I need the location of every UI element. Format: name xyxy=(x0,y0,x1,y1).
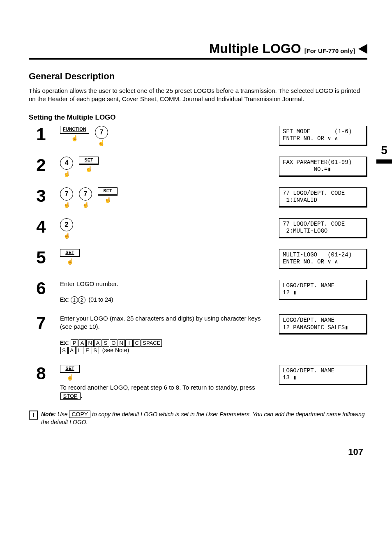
step-row: 2 4 ☝ SET ☝ FAX PARAMETER(01-99) NO.=▮ xyxy=(29,157,367,177)
section-body: This operation allows the user to select… xyxy=(29,87,367,104)
num-key-2: 2 ☝ xyxy=(60,218,73,238)
press-icon: ☝ xyxy=(63,202,70,208)
page-title-bar: Multiple LOGO [For UF-770 only] xyxy=(29,41,367,60)
char-key: S xyxy=(60,347,68,354)
num-key-7: 7 ☝ xyxy=(95,126,108,146)
step-row: 3 7 ☝ 7 ☝ SET ☝ xyxy=(29,187,367,208)
press-icon: ☝ xyxy=(82,202,89,208)
step-instruction: Enter your LOGO (max. 25 characters and … xyxy=(60,314,272,331)
char-key: S xyxy=(92,347,99,354)
space-key: SPACE xyxy=(141,339,162,347)
note-label: Note: xyxy=(41,411,56,418)
step-number: 3 xyxy=(29,187,53,205)
stop-key: STOP xyxy=(60,392,81,400)
chapter-tab-bar xyxy=(376,159,392,164)
step-example: Ex: 12 (01 to 24) xyxy=(60,296,272,304)
step-row: 6 Enter LOGO number. Ex: 12 (01 to 24) L… xyxy=(29,280,367,304)
press-icon: ☝ xyxy=(67,258,74,264)
lcd-display: LOGO/DEPT. NAME 12 ▮ xyxy=(279,280,367,300)
press-icon: ☝ xyxy=(63,171,70,177)
step-number: 4 xyxy=(29,218,53,235)
step-instruction: To record another LOGO, repeat step 6 to… xyxy=(60,383,272,400)
press-icon: ☝ xyxy=(67,374,74,380)
step-row: 5 SET ☝ MULTI-LOGO (01-24) ENTER NO. OR … xyxy=(29,249,367,269)
step-number: 6 xyxy=(29,280,53,297)
attention-icon: ! xyxy=(29,411,38,420)
lcd-display: LOGO/DEPT. NAME 12 PANASONIC SALES▮ xyxy=(279,314,367,335)
section-heading: General Description xyxy=(29,71,367,82)
char-key: N xyxy=(86,339,94,347)
num-key-1: 1 xyxy=(71,296,78,304)
num-key-2: 2 xyxy=(78,296,85,304)
page-title-suffix: [For UF-770 only] xyxy=(304,47,355,54)
lcd-display: 77 LOGO/DEPT. CODE 2:MULTI-LOGO xyxy=(279,218,367,238)
step-row: 8 SET ☝ To record another LOGO, repeat s… xyxy=(29,365,367,400)
char-key: E xyxy=(84,347,91,354)
copy-key: COPY xyxy=(69,411,90,418)
char-key: O xyxy=(110,339,117,347)
step-row: 4 2 ☝ 77 LOGO/DEPT. CODE 2:MULTI-LOGO xyxy=(29,218,367,238)
char-key: I xyxy=(125,339,133,347)
step-instruction: Enter LOGO number. xyxy=(60,280,272,288)
triangle-left-icon xyxy=(358,44,367,54)
set-key: SET ☝ xyxy=(98,187,118,203)
page-number: 107 xyxy=(29,447,367,457)
step-row: 7 Enter your LOGO (max. 25 characters an… xyxy=(29,314,367,354)
num-key-7: 7 ☝ xyxy=(79,187,92,208)
step-number: 1 xyxy=(29,126,53,143)
press-icon: ☝ xyxy=(63,233,70,238)
lcd-display: FAX PARAMETER(01-99) NO.=▮ xyxy=(279,157,367,177)
function-key: FUNCTION ☝ xyxy=(60,126,89,141)
set-key: SET ☝ xyxy=(60,249,80,264)
step-row: 1 FUNCTION ☝ 7 ☝ SET MODE (1-6) ENTER NO… xyxy=(29,126,367,146)
step-example: Ex: PANASONICSPACE SALES (see Note) xyxy=(60,339,272,354)
step-number: 8 xyxy=(29,365,53,382)
press-icon: ☝ xyxy=(85,166,92,172)
char-key: S xyxy=(102,339,109,347)
lcd-display: LOGO/DEPT. NAME 13 ▮ xyxy=(279,365,367,385)
press-icon: ☝ xyxy=(98,140,105,146)
num-key-7: 7 ☝ xyxy=(60,187,73,208)
note-block: ! Note: Use COPY to copy the default LOG… xyxy=(29,411,367,426)
char-key: A xyxy=(94,339,101,347)
lcd-display: MULTI-LOGO (01-24) ENTER NO. OR ∨ ∧ xyxy=(279,249,367,269)
step-number: 2 xyxy=(29,157,53,174)
char-key: A xyxy=(78,339,86,347)
num-key-4: 4 ☝ xyxy=(60,157,73,177)
page-title: Multiple LOGO xyxy=(209,41,301,56)
subsection-heading: Setting the Multiple LOGO xyxy=(29,113,367,122)
set-key: SET ☝ xyxy=(79,157,99,172)
char-key: P xyxy=(71,339,78,347)
chapter-tab: 5 xyxy=(376,144,392,164)
press-icon: ☝ xyxy=(104,197,111,203)
char-key: N xyxy=(118,339,125,347)
press-icon: ☝ xyxy=(71,135,78,141)
set-key: SET ☝ xyxy=(60,365,80,380)
step-number: 7 xyxy=(29,314,53,332)
steps-list: 1 FUNCTION ☝ 7 ☝ SET MODE (1-6) ENTER NO… xyxy=(29,126,367,400)
lcd-display: 77 LOGO/DEPT. CODE 1:INVALID xyxy=(279,187,367,208)
step-number: 5 xyxy=(29,249,53,266)
char-key: L xyxy=(76,347,83,354)
char-key: A xyxy=(68,347,76,354)
lcd-display: SET MODE (1-6) ENTER NO. OR ∨ ∧ xyxy=(279,126,367,146)
char-key: C xyxy=(133,339,141,347)
chapter-number: 5 xyxy=(376,144,392,157)
